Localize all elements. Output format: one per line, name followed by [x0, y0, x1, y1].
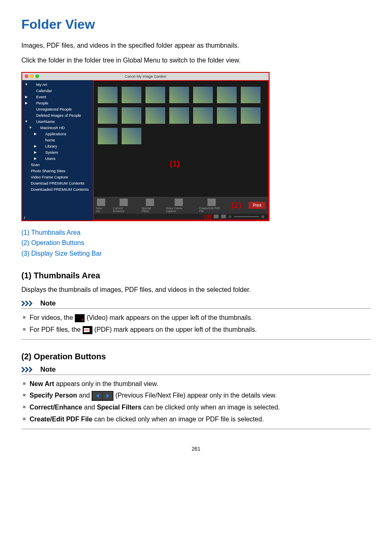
- sidebar-item-event[interactable]: ▶Event: [22, 94, 93, 100]
- note-body-2: New Art appears only in the thumbnail vi…: [21, 375, 371, 429]
- zoom-in-icon[interactable]: ⊕: [261, 215, 265, 219]
- sidebar-item-users[interactable]: ▶Users: [22, 155, 93, 162]
- section1-heading: (1) Thumbnails Area: [21, 271, 371, 280]
- note2-item-2: Specify Person and (Previous File/Next F…: [21, 390, 371, 402]
- prev-next-icon: [92, 391, 113, 401]
- sidebar-item-macintosh[interactable]: ▼Macintosh HD: [22, 125, 93, 131]
- sidebar-item-deleted[interactable]: Deleted Images of People: [22, 112, 93, 118]
- sidebar-item-username[interactable]: ▼UserName: [22, 118, 93, 125]
- section2-heading: (2) Operation Buttons: [21, 352, 371, 361]
- sidebar-item-downloaded-premium[interactable]: Downloaded PREMIUM Contents: [22, 186, 93, 192]
- app-screenshot: Canon My Image Garden ▼My Art Calendar ▶…: [21, 72, 270, 221]
- note2-item-4: Create/Edit PDF File can be clicked only…: [21, 414, 371, 426]
- note2-item-3: Correct/Enhance and Special Filters can …: [21, 402, 371, 414]
- thumbnail[interactable]: [145, 87, 165, 103]
- note-header: Note: [21, 299, 371, 309]
- marker-3: (3): [204, 213, 211, 220]
- thumbnail[interactable]: [98, 128, 118, 144]
- thumbnail[interactable]: [122, 128, 141, 144]
- videoframe-button[interactable]: Video Frame Capture: [166, 199, 192, 213]
- page-number: 261: [21, 446, 371, 452]
- titlebar: Canon My Image Garden: [22, 73, 269, 80]
- sidebar-item-calendar[interactable]: Calendar: [22, 88, 93, 94]
- view-thumb-icon[interactable]: [214, 215, 219, 218]
- note-header-2: Note: [21, 365, 371, 375]
- thumbnail[interactable]: [122, 87, 141, 103]
- sidebar-item-videocapture[interactable]: Video Frame Capture: [22, 174, 93, 180]
- thumbnail[interactable]: [217, 107, 237, 124]
- sidebar-item-system[interactable]: ▶System: [22, 149, 93, 155]
- video-mark-icon: [75, 314, 85, 322]
- thumbnail[interactable]: [241, 107, 261, 124]
- zoom-out-icon[interactable]: ⊖: [228, 215, 232, 219]
- filters-button[interactable]: Special Filters: [141, 199, 158, 213]
- zoom-slider[interactable]: [234, 216, 259, 217]
- content-area: (1) New Art Correct/ Enhance Special Fil…: [93, 80, 269, 220]
- sidebar-item-unregistered[interactable]: Unregistered People: [22, 106, 93, 112]
- thumbnail[interactable]: [98, 87, 118, 103]
- note-item-video: For videos, the (Video) mark appears on …: [21, 312, 371, 324]
- prev-file-icon: [92, 392, 102, 400]
- quick-links: (1) Thumbnails Area (2) Operation Button…: [21, 227, 371, 259]
- note2-item-1: New Art appears only in the thumbnail vi…: [21, 378, 371, 390]
- view-detail-icon[interactable]: [221, 215, 226, 218]
- window-title: Canon My Image Garden: [22, 74, 269, 79]
- sidebar-item-myart[interactable]: ▼My Art: [22, 81, 93, 88]
- note-body: For videos, the (Video) mark appears on …: [21, 309, 371, 340]
- marker-2: (2): [231, 201, 241, 210]
- note-chevron-icon: [21, 367, 37, 372]
- pdf-button[interactable]: Create/Edit PDF File: [199, 199, 224, 213]
- thumbnail[interactable]: [241, 87, 261, 103]
- sidebar-item-home[interactable]: home: [22, 137, 93, 143]
- thumbnail[interactable]: [145, 107, 165, 124]
- link-thumbnails-area[interactable]: (1) Thumbnails Area: [21, 227, 371, 238]
- link-operation-buttons[interactable]: (2) Operation Buttons: [21, 238, 371, 248]
- thumbnail[interactable]: [169, 107, 189, 124]
- info-icon[interactable]: i: [24, 215, 25, 220]
- intro-2: Click the folder in the folder tree in G…: [21, 55, 371, 66]
- thumbnail[interactable]: [98, 107, 118, 124]
- next-file-icon: [103, 392, 113, 400]
- note-label: Note: [40, 299, 56, 308]
- sidebar-item-scan[interactable]: Scan: [22, 162, 93, 168]
- display-bar: (3) ⊖ ⊕: [94, 214, 268, 220]
- thumbnail[interactable]: [122, 107, 141, 124]
- sidebar-item-download-premium[interactable]: Download PREMIUM Contents: [22, 180, 93, 186]
- newart-button[interactable]: New Art: [96, 199, 106, 213]
- operation-bar: New Art Correct/ Enhance Special Filters…: [94, 197, 268, 214]
- note-chevron-icon: [21, 301, 37, 306]
- sidebar-item-applications[interactable]: ▶Applications: [22, 131, 93, 137]
- sidebar-item-library[interactable]: ▶Library: [22, 143, 93, 149]
- thumbnail[interactable]: [193, 107, 213, 124]
- pdf-mark-icon: [83, 326, 92, 334]
- section1-desc: Displays the thumbnails of images, PDF f…: [21, 284, 371, 295]
- print-button[interactable]: Print: [249, 202, 265, 209]
- note-item-pdf: For PDF files, the (PDF) mark appears on…: [21, 324, 371, 336]
- sidebar-item-people[interactable]: ▶People: [22, 100, 93, 106]
- thumbnail[interactable]: [217, 87, 237, 103]
- correct-button[interactable]: Correct/ Enhance: [113, 199, 134, 213]
- note-label-2: Note: [40, 365, 56, 374]
- intro-1: Images, PDF files, and videos in the spe…: [21, 40, 371, 51]
- thumbnail[interactable]: [193, 87, 213, 103]
- sidebar: ▼My Art Calendar ▶Event ▶People Unregist…: [22, 80, 93, 220]
- thumbnail-grid: [94, 81, 268, 150]
- thumbnail[interactable]: [169, 87, 189, 103]
- marker-1: (1): [170, 159, 180, 169]
- page-title: Folder View: [21, 17, 371, 32]
- link-display-size[interactable]: (3) Display Size Setting Bar: [21, 248, 371, 259]
- sidebar-item-photosites[interactable]: Photo Sharing Sites: [22, 168, 93, 174]
